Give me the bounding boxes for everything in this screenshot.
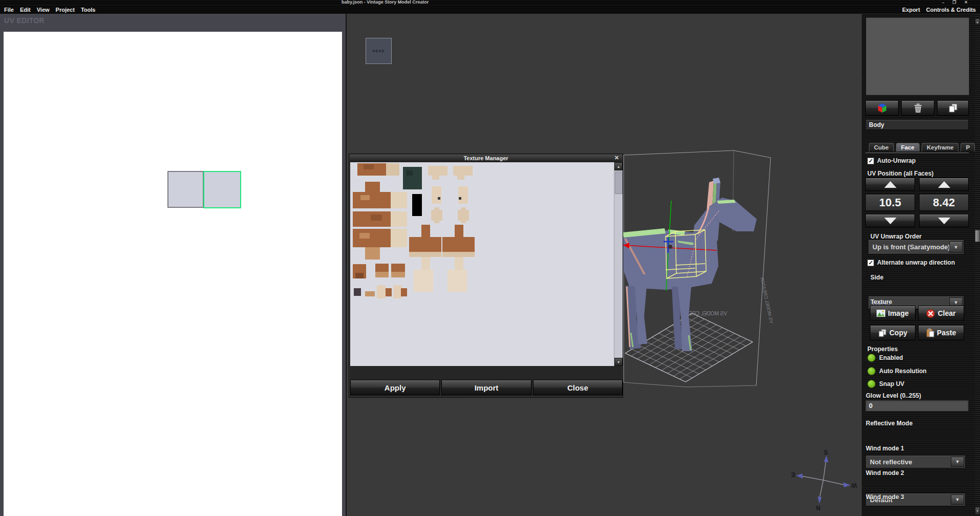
duplicate-button[interactable] <box>937 100 969 116</box>
texture-sprite[interactable] <box>409 237 441 252</box>
uv-v-value[interactable]: 8.42 <box>919 194 969 211</box>
sidebar-scroll-thumb[interactable] <box>975 230 980 242</box>
texture-sprite[interactable] <box>386 288 392 296</box>
uv-v-decrease-button[interactable] <box>919 214 969 227</box>
sidebar-scrollbar-track[interactable] <box>975 14 980 516</box>
tab-face[interactable]: Face <box>896 143 920 152</box>
texture-sprite[interactable] <box>459 197 461 200</box>
chevron-down-icon[interactable]: ▼ <box>949 241 963 253</box>
uv-quad-selected[interactable] <box>203 171 241 208</box>
texture-sprite[interactable] <box>428 166 448 176</box>
close-button[interactable]: Close <box>533 380 623 395</box>
delete-button[interactable] <box>901 100 934 116</box>
dialog-title-bar[interactable]: Texture Manager ✕ <box>350 155 622 162</box>
texture-sprite[interactable] <box>442 237 475 252</box>
uv-u-value[interactable]: 10.5 <box>865 194 915 211</box>
texture-image-button[interactable]: Image <box>870 306 915 321</box>
texture-sprite[interactable] <box>432 186 441 204</box>
texture-atlas-area[interactable]: ▲ ▼ <box>350 162 623 366</box>
texture-sprite[interactable] <box>354 288 361 296</box>
texture-sprite[interactable] <box>453 166 473 176</box>
glow-level-input[interactable]: 0 <box>865 400 969 412</box>
texture-sprite[interactable] <box>353 192 391 208</box>
cube-color-button[interactable] <box>865 100 899 116</box>
texture-sprite[interactable] <box>414 270 433 292</box>
scroll-down-icon[interactable]: ▼ <box>614 358 623 366</box>
texture-sprite[interactable] <box>391 211 407 227</box>
minimize-icon[interactable]: – <box>942 0 944 5</box>
texture-sprite[interactable] <box>448 270 467 292</box>
menu-project[interactable]: Project <box>53 7 78 13</box>
uv-u-decrease-button[interactable] <box>865 214 915 227</box>
tab-cube[interactable]: Cube <box>869 143 894 152</box>
uv-v-increase-button[interactable] <box>919 178 969 191</box>
uv-unwrap-order-select[interactable]: Up is front (Saratymode) ▼ <box>868 240 964 254</box>
texture-sprite[interactable] <box>391 272 405 277</box>
texture-sprite[interactable] <box>461 207 466 223</box>
uv-u-increase-button[interactable] <box>865 178 915 191</box>
texture-sprite[interactable] <box>353 229 391 247</box>
texture-sprite[interactable] <box>360 195 370 200</box>
chevron-down-icon[interactable]: ▼ <box>951 457 964 467</box>
texture-sprite[interactable] <box>457 176 464 180</box>
texture-sprite[interactable] <box>442 252 475 257</box>
texture-sprite[interactable] <box>438 197 440 200</box>
alternate-unwrap-checkbox[interactable]: ✓ <box>867 260 874 266</box>
texture-sprite[interactable] <box>432 176 439 180</box>
toggle-auto-resolution[interactable]: Auto Resolution <box>867 367 927 375</box>
texture-sprite[interactable] <box>409 252 441 257</box>
uv-quad-unselected[interactable] <box>167 171 204 208</box>
menu-export[interactable]: Export <box>899 7 923 13</box>
texture-sprite[interactable] <box>365 291 375 296</box>
menu-file[interactable]: File <box>1 7 17 13</box>
sidebar-scroll-up-icon[interactable]: ▲ <box>975 18 980 25</box>
texture-sprite[interactable] <box>371 214 382 221</box>
chevron-down-icon[interactable]: ▼ <box>951 494 964 505</box>
texture-sprite[interactable] <box>403 167 422 189</box>
close-icon[interactable]: ✕ <box>964 0 968 5</box>
texture-sprite[interactable] <box>407 170 413 176</box>
texture-sprite[interactable] <box>421 225 430 237</box>
menu-tools[interactable]: Tools <box>78 7 99 13</box>
texture-sprite[interactable] <box>421 257 430 272</box>
texture-sprite[interactable] <box>365 247 380 260</box>
dialog-close-icon[interactable]: ✕ <box>614 155 619 161</box>
texture-sprite[interactable] <box>401 288 407 296</box>
apply-button[interactable]: Apply <box>350 380 440 395</box>
tab-p[interactable]: P <box>961 143 975 152</box>
texture-sprite[interactable] <box>386 163 399 176</box>
texture-sprite[interactable] <box>455 257 463 272</box>
scroll-up-icon[interactable]: ▲ <box>614 162 623 170</box>
menu-edit[interactable]: Edit <box>17 7 34 13</box>
texture-sprite[interactable] <box>375 272 389 277</box>
texture-atlas[interactable] <box>350 162 614 366</box>
texture-sprite[interactable] <box>455 225 463 237</box>
uv-editor-canvas[interactable] <box>4 32 342 516</box>
menu-view[interactable]: View <box>34 7 53 13</box>
dialog-scrollbar[interactable]: ▲ ▼ <box>614 162 623 366</box>
texture-sprite[interactable] <box>391 229 407 247</box>
auto-unwrap-checkbox[interactable]: ✓ <box>867 158 874 164</box>
import-button[interactable]: Import <box>441 380 531 395</box>
menu-controls-credits[interactable]: Controls & Credits <box>923 7 979 13</box>
texture-sprite[interactable] <box>391 192 407 208</box>
texture-sprite[interactable] <box>434 207 439 223</box>
texture-sprite[interactable] <box>412 194 422 216</box>
texture-paste-button[interactable]: Paste <box>918 325 964 340</box>
dialog-scroll-thumb[interactable] <box>615 171 623 194</box>
toggle-snap-uv[interactable]: Snap UV <box>867 380 904 388</box>
texture-clear-button[interactable]: Clear <box>918 306 964 321</box>
texture-sprite[interactable] <box>364 164 374 169</box>
toggle-enabled[interactable]: Enabled <box>867 354 903 362</box>
texture-sprite[interactable] <box>377 285 386 298</box>
texture-sprite[interactable] <box>458 186 468 204</box>
texture-sprite[interactable] <box>359 233 370 239</box>
texture-sprite[interactable] <box>365 182 380 192</box>
tab-keyframe[interactable]: Keyframe <box>922 143 958 152</box>
texture-sprite[interactable] <box>355 273 364 278</box>
reflective-mode-select[interactable]: Not reflective ▼ <box>865 455 966 468</box>
texture-copy-button[interactable]: Copy <box>870 325 915 340</box>
element-name-field[interactable]: Body <box>865 119 969 130</box>
element-preview-box[interactable] <box>865 17 970 96</box>
restore-icon[interactable]: ❐ <box>952 0 956 5</box>
